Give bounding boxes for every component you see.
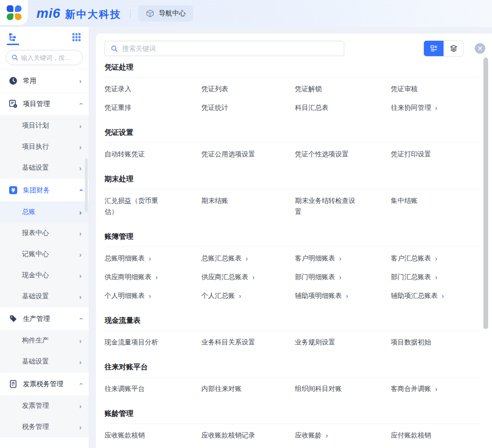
nav-menu-item[interactable]: 客商合并调账 › — [391, 379, 480, 398]
nav-menu-item[interactable]: 应收账款核销记录 — [201, 426, 295, 445]
nav-menu-item[interactable]: 现金流量项目分析 — [105, 333, 201, 352]
nav-menu-item[interactable]: 凭证审核 — [391, 80, 480, 98]
search-icon — [111, 45, 118, 52]
sidebar-subitem[interactable]: 项目计划 › — [0, 115, 89, 136]
main-search[interactable] — [105, 41, 344, 56]
main-search-input[interactable] — [122, 45, 338, 52]
main-scrollbar[interactable] — [483, 58, 488, 329]
chevron-right-icon: › — [326, 430, 328, 441]
card-list-view-button[interactable] — [424, 41, 444, 56]
nav-menu-item[interactable]: 凭证录入 — [105, 80, 201, 98]
nav-menu-item[interactable]: 个人往来科目账龄 › — [295, 445, 391, 448]
sidebar-search-input[interactable] — [21, 54, 77, 61]
sidebar-subitem[interactable]: 项目执行 › — [0, 136, 89, 157]
nav-menu-item[interactable]: 应付账款核销记录 — [105, 445, 201, 448]
sidebar-subitem[interactable]: 基础设置 › — [0, 286, 89, 307]
nav-menu-item-label: 凭证打印设置 — [391, 149, 431, 160]
nav-menu-item[interactable]: 客户汇总账表 › — [391, 249, 480, 268]
chevron-right-icon: › — [79, 230, 82, 237]
nav-menu-item-label: 辅助项明细账表 — [295, 290, 342, 301]
close-button[interactable]: ✕ — [475, 43, 485, 54]
sidebar-group-item[interactable]: ¥ 集团财务 › — [0, 178, 89, 201]
nav-menu-item[interactable]: 业务规则设置 — [295, 333, 391, 352]
sidebar: 常用 › 项目管理 › 项目计划 › 项目执行 › 基础设置 › ¥ 集团财务 … — [0, 27, 89, 448]
nav-menu-item[interactable]: 应收账款核销 — [105, 426, 201, 445]
chevron-right-icon: › — [79, 293, 82, 300]
tree-view-tab[interactable] — [8, 27, 18, 47]
sidebar-header — [0, 27, 89, 47]
sidebar-scrollbar[interactable] — [85, 158, 88, 212]
sidebar-subitem[interactable]: 记账中心 › — [0, 244, 89, 265]
nav-menu-item[interactable]: 自动转账凭证 — [105, 145, 201, 164]
nav-menu-item[interactable]: 凭证公用选项设置 — [201, 145, 295, 164]
sidebar-subitem[interactable]: 基础设置 › — [0, 157, 89, 178]
nav-menu-item[interactable]: 部门明细账表 › — [295, 268, 391, 286]
nav-menu-item[interactable]: 科目汇总表 — [295, 98, 391, 117]
nav-menu-item[interactable]: 凭证解锁 — [295, 80, 391, 98]
view-toggle-group — [423, 40, 464, 57]
nav-menu-item[interactable]: 供应商明细账表 › — [105, 268, 201, 286]
sidebar-subitem-label: 发票管理 — [22, 401, 79, 410]
nav-menu-item[interactable]: 辅助项明细账表 › — [295, 286, 391, 305]
nav-menu-item[interactable]: 项目数据初始 — [391, 333, 480, 352]
nav-section: 现金流量表 现金流量项目分析 业务科目关系设置 业务规则设置 项目数据初始 — [105, 308, 480, 354]
nav-menu-item[interactable]: 往来协同管理 › — [391, 98, 480, 117]
sidebar-subitem[interactable]: 总账 › — [0, 201, 89, 223]
nav-menu-item[interactable]: 应付账款核销 — [391, 426, 480, 445]
nav-menu-item-label: 部门汇总账表 — [391, 271, 431, 283]
nav-menu-item[interactable]: 总账明细账表 › — [105, 249, 201, 268]
chevron-right-icon: › — [79, 77, 82, 84]
nav-menu-item-label: 应付账款核销 — [391, 430, 431, 441]
nav-menu-item[interactable]: 集中结账 — [391, 191, 480, 221]
main-toolbar: ✕ — [105, 40, 492, 57]
nav-menu-item-label: 汇兑损益（货币重估） — [105, 195, 167, 217]
nav-menu-item[interactable]: 期末结账 — [201, 191, 295, 221]
sidebar-subitem[interactable]: 发票管理 › — [0, 395, 89, 416]
chevron-right-icon: › — [435, 271, 437, 283]
nav-menu-item[interactable]: 辅助项汇总账表 › — [391, 286, 480, 305]
layers-view-button[interactable] — [444, 41, 463, 56]
nav-menu-item[interactable]: 应收账龄 › — [295, 426, 391, 445]
sidebar-search[interactable] — [6, 50, 83, 65]
nav-menu-item[interactable]: 往来调账平台 — [105, 379, 201, 398]
nav-menu-item[interactable]: 总账汇总账表 › — [201, 249, 295, 268]
grid-view-tab[interactable] — [72, 27, 81, 47]
nav-menu-item-label: 辅助项汇总账表 — [391, 290, 438, 301]
nav-center-button[interactable]: 导航中心 — [138, 5, 193, 22]
nav-menu-item[interactable]: 客户明细账表 › — [295, 249, 391, 268]
nav-menu-item[interactable]: 汇兑损益（货币重估） — [105, 191, 201, 221]
clock-icon — [8, 76, 18, 86]
sidebar-subitem[interactable]: 税务管理 › — [0, 416, 89, 437]
nav-menu-item[interactable]: 个人汇总账 › — [201, 286, 295, 305]
nav-menu-item[interactable]: 凭证统计 — [201, 98, 295, 117]
nav-menu-item[interactable]: 供应商汇总账表 › — [201, 268, 295, 286]
sidebar-group-label: 项目管理 — [23, 100, 79, 108]
nav-menu-item[interactable]: 凭证重排 — [105, 98, 201, 117]
nav-menu-item[interactable]: 期末业务结转检查设置 — [295, 191, 391, 221]
nav-menu-item-label: 个人汇总账 — [201, 290, 235, 301]
card-list-icon — [430, 44, 438, 53]
nav-menu-item[interactable]: 部门汇总账表 › — [391, 268, 480, 286]
nav-menu-item[interactable]: 业务科目关系设置 — [201, 333, 295, 352]
nav-menu-item[interactable]: 凭证个性选项设置 — [295, 145, 391, 164]
nav-menu-item[interactable]: 应付账龄 › — [201, 445, 295, 448]
sidebar-subitem[interactable]: 现金中心 › — [0, 265, 89, 286]
sidebar-subitem[interactable]: 基础设置 › — [0, 351, 89, 372]
nav-menu-item[interactable]: 内部往来对账 — [201, 379, 295, 398]
sidebar-group-item[interactable]: 常用 › — [0, 69, 89, 92]
nav-center-panel: ✕ 凭证处理 凭证录入 凭证列表 凭证解锁 凭证审核 凭证重排 凭证统计 科目汇… — [96, 34, 492, 448]
sidebar-group-item[interactable]: 生产管理 › — [0, 307, 89, 330]
chevron-right-icon: › — [79, 209, 82, 216]
nav-menu-item-label: 凭证公用选项设置 — [201, 149, 255, 160]
sidebar-group-item[interactable]: 项目管理 › — [0, 92, 89, 115]
nav-menu-item[interactable]: 凭证列表 — [201, 80, 295, 98]
invoice-icon — [8, 379, 18, 389]
nav-menu-item[interactable]: 非往来科目账龄 › — [391, 445, 480, 448]
sidebar-subitem[interactable]: 报表中心 › — [0, 223, 89, 244]
sidebar-group-item[interactable]: 发票税务管理 › — [0, 372, 89, 395]
app-logo[interactable] — [0, 0, 28, 25]
nav-menu-item[interactable]: 个人明细账表 › — [105, 286, 201, 305]
nav-menu-item[interactable]: 凭证打印设置 — [391, 145, 480, 164]
sidebar-subitem[interactable]: 构件生产 › — [0, 330, 89, 351]
nav-menu-item[interactable]: 组织间科目对账 — [295, 379, 391, 398]
